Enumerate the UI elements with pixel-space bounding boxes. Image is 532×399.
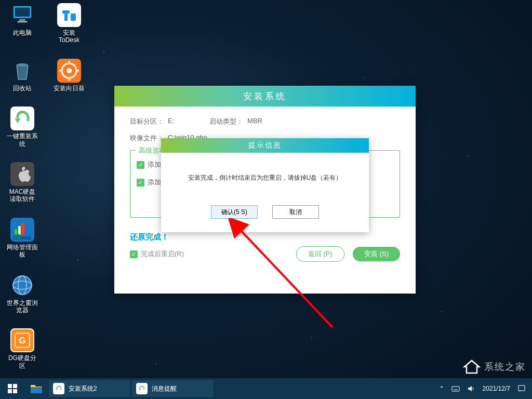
desktop-icon-todesk[interactable]: 安装ToDesk [53, 3, 85, 44]
svg-point-5 [17, 63, 28, 66]
svg-text:G: G [19, 336, 26, 345]
icon-label: 安装ToDesk [53, 29, 85, 44]
confirm-dialog: 提示信息 安装完成，倒计时结束后为您重启，请拔掉U盘（若有） 确认(5 S) 取… [161, 138, 369, 232]
taskbar-task-message[interactable]: 消息提醒 [132, 380, 213, 397]
svg-rect-4 [71, 14, 76, 21]
svg-point-19 [19, 237, 20, 238]
globe-icon [10, 273, 34, 297]
svg-rect-13 [15, 229, 17, 234]
svg-rect-30 [8, 389, 12, 393]
volume-icon[interactable] [467, 384, 475, 393]
message-mini-icon [136, 383, 148, 394]
cancel-button[interactable]: 取消 [272, 205, 319, 219]
back-button[interactable]: 返回 (P) [296, 246, 344, 262]
svg-rect-31 [13, 389, 17, 393]
desktop-icon-dg-partition[interactable]: G DG硬盘分区 [6, 328, 38, 369]
desktop-icon-network-mgmt[interactable]: 网络管理面板 [6, 218, 38, 259]
desktop-icon-browser[interactable]: 世界之窗浏览器 [6, 273, 38, 314]
icon-label: 一键重装系统 [6, 132, 38, 148]
svg-rect-16 [14, 236, 31, 240]
svg-rect-15 [22, 223, 24, 234]
restart-label: 完成后重启(R) [141, 249, 184, 259]
watermark-text: 系统之家 [484, 361, 526, 373]
trash-icon [10, 59, 34, 83]
icon-label: 安装向日葵 [54, 85, 85, 92]
svg-point-7 [66, 68, 72, 73]
image-file-label: 映像文件： [130, 134, 164, 143]
monitor-icon [10, 3, 34, 27]
notification-icon[interactable] [517, 384, 526, 393]
desktop-icon-recycle-bin[interactable]: 回收站 [6, 59, 38, 92]
target-partition-label: 目标分区： [130, 117, 164, 126]
apple-icon [10, 162, 34, 186]
tray-datetime[interactable]: 2021/12/7 [483, 385, 510, 392]
svg-rect-2 [19, 19, 25, 21]
system-tray: ⌃ 2021/12/7 [439, 384, 532, 393]
desktop-icon-this-pc[interactable]: 此电脑 [6, 3, 38, 44]
reinstall-icon [10, 107, 34, 130]
task-label: 消息提醒 [152, 384, 177, 393]
tray-chevron-icon[interactable]: ⌃ [439, 385, 444, 392]
windows-icon [8, 384, 17, 393]
network-icon [10, 218, 34, 242]
icon-label: 世界之窗浏览器 [6, 299, 38, 314]
check-icon: ✓ [137, 161, 144, 169]
svg-rect-29 [13, 384, 17, 388]
dialog-title: 提示信息 [161, 138, 369, 153]
svg-rect-14 [18, 226, 21, 234]
install-button[interactable]: 安装 (S) [353, 247, 400, 261]
task-label: 安装系统2 [69, 384, 97, 393]
svg-point-17 [15, 237, 16, 238]
svg-rect-32 [31, 387, 42, 393]
desktop-icon-sunflower[interactable]: 安装向日葵 [53, 59, 85, 92]
installer-title: 安装系统 [114, 86, 416, 107]
boot-type-value: MBR [247, 117, 262, 126]
taskbar: 安装系统2 消息提醒 ⌃ 2021/12/7 [0, 378, 532, 399]
check-icon: ✓ [130, 250, 138, 258]
icon-label: MAC硬盘读取软件 [6, 188, 38, 203]
icon-label: 此电脑 [13, 29, 32, 36]
target-partition-value: E: [168, 117, 174, 126]
icon-label: 回收站 [13, 85, 32, 92]
restart-after-checkbox[interactable]: ✓ 完成后重启(R) [130, 249, 184, 259]
icon-label: DG硬盘分区 [6, 354, 38, 369]
dg-icon: G [10, 328, 34, 352]
taskbar-task-installer[interactable]: 安装系统2 [49, 380, 130, 397]
boot-type-label: 启动类型： [209, 117, 243, 126]
start-button[interactable] [0, 378, 25, 399]
check-icon: ✓ [137, 179, 144, 187]
svg-rect-35 [518, 385, 525, 391]
svg-rect-33 [452, 387, 459, 391]
installer-mini-icon [53, 383, 64, 394]
keyboard-icon[interactable] [451, 384, 460, 393]
watermark: 系统之家 XITONGZHIJIA.NET [462, 357, 526, 376]
svg-rect-3 [17, 21, 27, 23]
desktop-icons: 此电脑 安装ToDesk 回收站 安装向日葵 一键重装系统 [6, 3, 85, 369]
desktop-icon-reinstall[interactable]: 一键重装系统 [6, 107, 38, 148]
icon-label: 网络管理面板 [6, 244, 38, 259]
taskbar-explorer[interactable] [25, 378, 48, 399]
confirm-button[interactable]: 确认(5 S) [211, 205, 258, 219]
todesk-icon [57, 3, 81, 27]
folder-icon [30, 383, 43, 394]
restore-complete-text: 还原完成！ [130, 232, 400, 242]
target-partition-row: 目标分区： E: 启动类型： MBR [130, 117, 400, 126]
dialog-message: 安装完成，倒计时结束后为您重启，请拔掉U盘（若有） [171, 174, 358, 182]
svg-rect-1 [15, 8, 30, 17]
sunflower-icon [57, 59, 81, 83]
house-icon [462, 357, 481, 376]
desktop-icon-mac-disk[interactable]: MAC硬盘读取软件 [6, 162, 38, 203]
svg-rect-28 [8, 384, 12, 388]
svg-point-18 [17, 237, 18, 238]
